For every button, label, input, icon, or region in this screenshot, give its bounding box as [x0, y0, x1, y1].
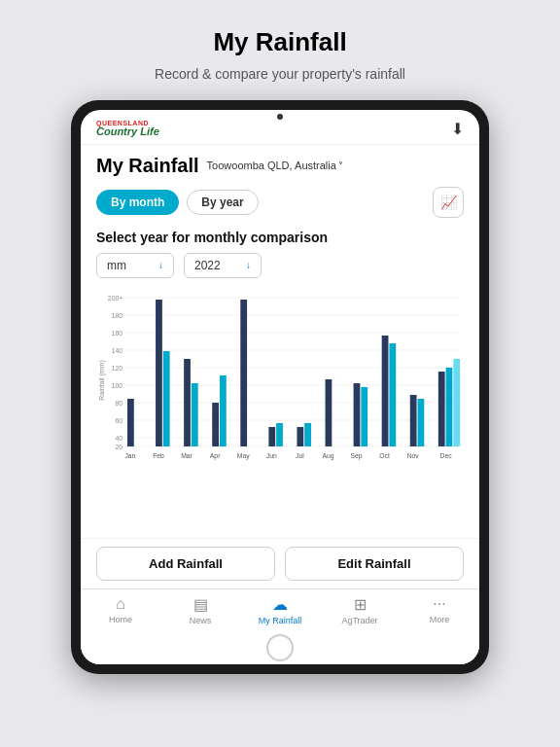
brand-logo: QUEENSLAND Country Life	[96, 120, 159, 137]
location-text: Toowoomba QLD, Australia	[207, 160, 336, 171]
by-month-button[interactable]: By month	[96, 190, 179, 215]
svg-text:Jul: Jul	[296, 452, 304, 459]
bottom-nav: ⌂ Home ▤ News ☁ My Rainfall ⊞ AgTrader ·…	[81, 588, 479, 629]
chart-container: Rainfall (mm) 200+ 180 160	[96, 288, 464, 468]
unit-dropdown[interactable]: mm ↓	[96, 253, 174, 278]
svg-rect-29	[268, 427, 275, 446]
edit-rainfall-button[interactable]: Edit Rainfall	[285, 547, 464, 581]
more-icon: ···	[433, 595, 445, 613]
svg-text:Oct: Oct	[379, 452, 390, 459]
download-icon[interactable]: ⬇	[451, 120, 464, 138]
svg-rect-38	[410, 395, 417, 446]
svg-rect-42	[453, 359, 460, 446]
svg-rect-23	[163, 351, 170, 446]
nav-item-agtrader[interactable]: ⊞ AgTrader	[333, 595, 387, 625]
svg-rect-33	[326, 379, 332, 446]
home-icon: ⌂	[116, 595, 125, 613]
svg-rect-26	[212, 403, 219, 446]
tablet-camera	[277, 114, 283, 120]
tablet-frame: QUEENSLAND Country Life ⬇ My Rainfall To…	[71, 100, 489, 674]
action-buttons: Add Rainfall Edit Rainfall	[81, 538, 479, 588]
svg-text:Rainfall (mm): Rainfall (mm)	[98, 360, 106, 401]
add-rainfall-button[interactable]: Add Rainfall	[96, 547, 275, 581]
rainfall-heading: My Rainfall	[96, 155, 199, 177]
svg-rect-34	[354, 383, 361, 446]
svg-text:Nov: Nov	[407, 452, 420, 459]
rainfall-nav-icon: ☁	[272, 595, 288, 614]
year-value: 2022	[194, 259, 221, 272]
nav-label-agtrader: AgTrader	[341, 616, 377, 625]
agtrader-icon: ⊞	[354, 595, 367, 614]
news-icon: ▤	[193, 595, 208, 614]
svg-text:100: 100	[112, 382, 122, 389]
svg-text:60: 60	[116, 417, 123, 424]
svg-text:180: 180	[112, 312, 122, 319]
svg-text:160: 160	[112, 330, 122, 337]
svg-text:120: 120	[112, 365, 122, 372]
tablet-screen: QUEENSLAND Country Life ⬇ My Rainfall To…	[81, 110, 479, 664]
rainfall-title-row: My Rainfall Toowoomba QLD, Australia ˅	[96, 155, 464, 177]
chart-type-button[interactable]: 📈	[433, 187, 464, 218]
unit-arrow-icon: ↓	[158, 260, 163, 270]
svg-rect-21	[127, 399, 134, 446]
svg-rect-30	[276, 423, 283, 446]
svg-rect-31	[297, 427, 303, 446]
page-header: My Rainfall Record & compare your proper…	[135, 0, 425, 100]
svg-text:Jan: Jan	[124, 452, 135, 459]
content-area: My Rainfall Toowoomba QLD, Australia ˅ B…	[81, 145, 479, 538]
svg-text:20: 20	[116, 444, 123, 450]
svg-rect-39	[418, 399, 425, 446]
toggle-row: By month By year 📈	[96, 187, 464, 218]
svg-rect-36	[382, 336, 389, 446]
nav-item-home[interactable]: ⌂ Home	[94, 595, 148, 624]
svg-rect-22	[156, 300, 162, 446]
svg-rect-35	[361, 387, 368, 446]
dropdowns-row: mm ↓ 2022 ↓	[96, 253, 464, 278]
svg-text:Aug: Aug	[322, 452, 333, 460]
svg-text:200+: 200+	[108, 295, 122, 302]
nav-item-my-rainfall[interactable]: ☁ My Rainfall	[254, 595, 307, 625]
nav-label-news: News	[190, 616, 212, 625]
chart-type-icon: 📈	[440, 195, 457, 210]
nav-item-more[interactable]: ··· More	[413, 595, 467, 624]
svg-rect-24	[184, 359, 191, 446]
svg-text:Jun: Jun	[266, 452, 277, 459]
svg-rect-28	[240, 300, 247, 446]
location-badge[interactable]: Toowoomba QLD, Australia ˅	[207, 160, 343, 171]
svg-rect-41	[446, 368, 453, 446]
section-label: Select year for monthly comparison	[96, 230, 464, 245]
svg-rect-27	[220, 375, 227, 446]
page-title: My Rainfall	[155, 27, 405, 57]
page-subtitle: Record & compare your property's rainfal…	[155, 65, 405, 85]
location-chevron-icon: ˅	[338, 160, 343, 171]
svg-rect-37	[389, 343, 396, 446]
nav-label-rainfall: My Rainfall	[259, 616, 302, 625]
svg-text:80: 80	[116, 400, 123, 407]
svg-text:Dec: Dec	[440, 452, 453, 459]
nav-label-more: More	[430, 615, 450, 624]
unit-value: mm	[107, 259, 126, 272]
svg-text:May: May	[237, 452, 250, 460]
brand-countrylife: Country Life	[96, 126, 159, 137]
by-year-button[interactable]: By year	[187, 190, 258, 215]
svg-text:Mar: Mar	[181, 452, 192, 459]
year-arrow-icon: ↓	[246, 260, 251, 270]
nav-label-home: Home	[109, 615, 132, 624]
svg-text:Apr: Apr	[210, 452, 221, 460]
year-dropdown[interactable]: 2022 ↓	[184, 253, 262, 278]
chart-svg: Rainfall (mm) 200+ 180 160	[96, 288, 464, 468]
svg-rect-25	[192, 383, 198, 446]
svg-text:Sep: Sep	[350, 452, 362, 460]
svg-rect-40	[438, 372, 445, 446]
svg-text:Feb: Feb	[153, 452, 164, 459]
svg-text:40: 40	[116, 435, 123, 442]
nav-item-news[interactable]: ▤ News	[174, 595, 228, 625]
svg-text:140: 140	[112, 347, 122, 354]
home-button[interactable]	[266, 634, 294, 661]
svg-rect-32	[304, 423, 311, 446]
home-button-row	[81, 629, 479, 664]
